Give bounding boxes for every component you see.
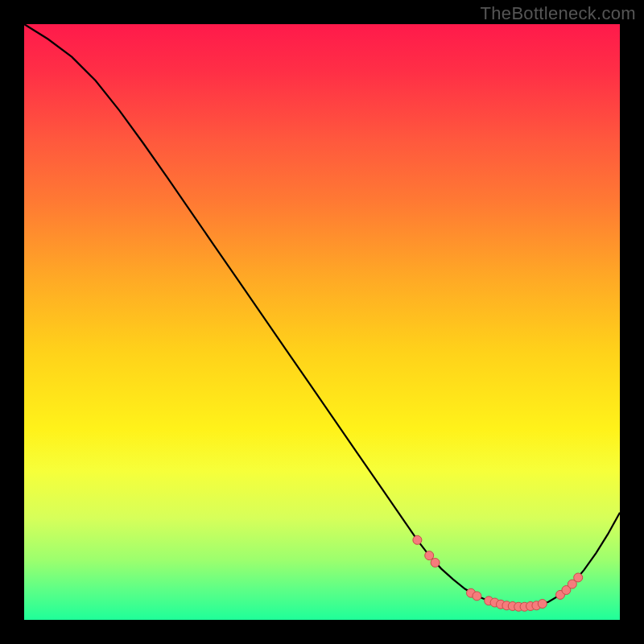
plot-background: [24, 24, 620, 620]
curve-markers: [413, 535, 583, 611]
watermark-text: TheBottleneck.com: [481, 3, 636, 24]
curve-marker: [538, 600, 547, 609]
curve-marker: [473, 592, 481, 601]
chart-frame: TheBottleneck.com: [0, 0, 644, 644]
curve-marker: [574, 573, 583, 582]
bottleneck-curve: [24, 24, 620, 607]
curve-marker: [431, 558, 440, 567]
curve-marker: [425, 551, 434, 560]
curve-svg: [24, 24, 620, 620]
curve-marker: [413, 535, 422, 544]
